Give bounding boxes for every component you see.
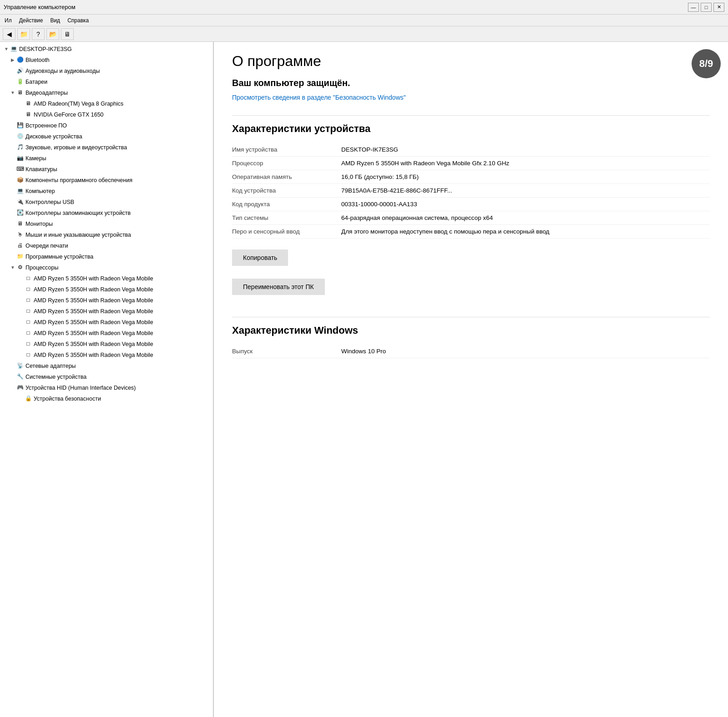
tree-item-security-dev[interactable]: 🔒 Устройства безопасности	[0, 393, 213, 404]
label-sound: Звуковые, игровые и видеоустройства	[25, 143, 127, 152]
tree-item-sound[interactable]: 🎵 Звуковые, игровые и видеоустройства	[0, 142, 213, 153]
spec-row-4: Код продукта 00331-10000-00001-AA133	[232, 198, 710, 211]
icon-storage-ctrl: 💽	[16, 209, 24, 217]
tree-item-prog-dev[interactable]: 📁 Программные устройства	[0, 251, 213, 262]
spec-row-6: Перо и сенсорный ввод Для этого монитора…	[232, 225, 710, 239]
security-link[interactable]: Просмотреть сведения в разделе "Безопасн…	[232, 93, 710, 102]
tree-item-disks[interactable]: 💿 Дисковые устройства	[0, 131, 213, 142]
minimize-button[interactable]: —	[688, 3, 699, 12]
tree-item-hid[interactable]: 🎮 Устройства HID (Human Interface Device…	[0, 382, 213, 393]
label-bluetooth: Bluetooth	[25, 56, 50, 65]
tree-item-cpu6[interactable]: □ AMD Ryzen 5 3550H with Radeon Vega Mob…	[0, 328, 213, 339]
expand-icon-cpu6	[18, 331, 24, 336]
spec-label-6: Перо и сенсорный ввод	[232, 225, 332, 239]
expand-icon-video: ▼	[10, 90, 15, 96]
icon-cameras: 📷	[16, 155, 24, 162]
tree-item-video[interactable]: ▼ 🖥 Видеоадаптеры	[0, 87, 213, 98]
label-cpu1: AMD Ryzen 5 3550H with Radeon Vega Mobil…	[34, 274, 153, 283]
label-video: Видеоадаптеры	[25, 88, 68, 97]
tree-item-cpu1[interactable]: □ AMD Ryzen 5 3550H with Radeon Vega Mob…	[0, 273, 213, 284]
toolbar-back[interactable]: ◀	[3, 28, 15, 40]
label-monitors: Мониторы	[25, 219, 53, 229]
tree-item-nvidia[interactable]: 🖥 NVIDIA GeForce GTX 1650	[0, 109, 213, 120]
expand-icon-hid	[10, 385, 15, 391]
tree-item-print-queue[interactable]: 🖨 Очереди печати	[0, 240, 213, 251]
icon-audio: 🔊	[16, 67, 24, 75]
tree-item-software[interactable]: 📦 Компоненты программного обеспечения	[0, 175, 213, 186]
tree-item-cameras[interactable]: 📷 Камеры	[0, 153, 213, 164]
toolbar-folder2[interactable]: 📂	[46, 28, 59, 40]
rename-button[interactable]: Переименовать этот ПК	[232, 279, 325, 295]
icon-cpu4: □	[25, 308, 32, 315]
icon-cpu1: □	[25, 275, 32, 282]
tree-item-audio[interactable]: 🔊 Аудиовходы и аудиовыходы	[0, 66, 213, 76]
tree-item-cpu7[interactable]: □ AMD Ryzen 5 3550H with Radeon Vega Mob…	[0, 339, 213, 350]
tree-items: ▶ 🔵 Bluetooth 🔊 Аудиовходы и аудиовыходы…	[0, 55, 213, 404]
tree-item-storage-ctrl[interactable]: 💽 Контроллеры запоминающих устройств	[0, 208, 213, 219]
menu-help[interactable]: Справка	[65, 16, 91, 25]
expand-icon-software	[10, 178, 15, 183]
divider-2	[232, 317, 710, 317]
page-title: О программе	[232, 53, 710, 70]
tree-item-cpu4[interactable]: □ AMD Ryzen 5 3550H with Radeon Vega Mob…	[0, 306, 213, 317]
window-title: Управление компьютером	[4, 4, 688, 10]
spec-value-5: 64-разрядная операционная система, проце…	[332, 211, 710, 225]
tree-item-firmware[interactable]: 💾 Встроенное ПО	[0, 120, 213, 131]
expand-icon-prog-dev	[10, 254, 15, 259]
expand-icon-print-queue	[10, 243, 15, 249]
expand-icon-usb	[10, 199, 15, 205]
label-computer: Компьютер	[25, 187, 55, 196]
label-print-queue: Очереди печати	[25, 241, 68, 250]
close-button[interactable]: ✕	[713, 3, 724, 12]
expand-icon-disks	[10, 134, 15, 139]
tree-item-cpu[interactable]: ▼ ⚙ Процессоры	[0, 262, 213, 273]
tree-item-amd-vega[interactable]: 🖥 AMD Radeon(TM) Vega 8 Graphics	[0, 98, 213, 109]
windows-section-heading: Характеристики Windows	[232, 325, 710, 336]
icon-prog-dev: 📁	[16, 253, 24, 260]
tree-item-bluetooth[interactable]: ▶ 🔵 Bluetooth	[0, 55, 213, 66]
spec-label-4: Код продукта	[232, 198, 332, 211]
icon-cpu5: □	[25, 319, 32, 326]
divider-1	[232, 115, 710, 116]
label-audio: Аудиовходы и аудиовыходы	[25, 66, 100, 76]
icon-network: 📡	[16, 362, 24, 370]
tree-item-battery[interactable]: 🔋 Батареи	[0, 76, 213, 87]
spec-label-0: Имя устройства	[232, 143, 332, 157]
security-status: Ваш компьютер защищён.	[232, 78, 710, 88]
tree-root[interactable]: ▼ 💻 DESKTOP-IK7E3SG	[0, 44, 213, 55]
menu-view[interactable]: Вид	[47, 16, 63, 25]
tree-item-cpu2[interactable]: □ AMD Ryzen 5 3550H with Radeon Vega Mob…	[0, 284, 213, 295]
spec-value-4: 00331-10000-00001-AA133	[332, 198, 710, 211]
tree-item-system-dev[interactable]: 🔧 Системные устройства	[0, 371, 213, 382]
spec-row-1: Процессор AMD Ryzen 5 3550H with Radeon …	[232, 157, 710, 170]
spec-label-2: Оперативная память	[232, 170, 332, 184]
tree-item-monitors[interactable]: 🖥 Мониторы	[0, 219, 213, 229]
maximize-button[interactable]: □	[701, 3, 712, 12]
copy-button[interactable]: Копировать	[232, 249, 288, 266]
menu-action[interactable]: Действие	[16, 16, 46, 25]
tree-item-cpu8[interactable]: □ AMD Ryzen 5 3550H with Radeon Vega Mob…	[0, 350, 213, 361]
menu-il[interactable]: Ил	[2, 16, 15, 25]
tree-item-mice[interactable]: 🖱 Мыши и иные указывающие устройства	[0, 229, 213, 240]
expand-icon-computer	[10, 188, 15, 194]
tree-item-network[interactable]: 📡 Сетевые адаптеры	[0, 361, 213, 371]
label-firmware: Встроенное ПО	[25, 121, 67, 130]
tree-item-keyboards[interactable]: ⌨ Клавиатуры	[0, 164, 213, 175]
toolbar-help[interactable]: ?	[32, 28, 45, 40]
tree-item-cpu5[interactable]: □ AMD Ryzen 5 3550H with Radeon Vega Mob…	[0, 317, 213, 328]
label-battery: Батареи	[25, 77, 47, 86]
expand-icon-battery	[10, 79, 15, 85]
spec-label-1: Процессор	[232, 157, 332, 170]
expand-icon-cpu: ▼	[10, 265, 15, 270]
icon-print-queue: 🖨	[16, 242, 24, 249]
tree-item-cpu3[interactable]: □ AMD Ryzen 5 3550H with Radeon Vega Mob…	[0, 295, 213, 306]
label-cameras: Камеры	[25, 154, 46, 163]
toolbar-monitor[interactable]: 🖥	[61, 28, 74, 40]
button-row-copy: Копировать	[232, 249, 710, 273]
tree-item-usb[interactable]: 🔌 Контроллеры USB	[0, 197, 213, 208]
title-bar: Управление компьютером — □ ✕	[0, 0, 728, 15]
toolbar-folder1[interactable]: 📁	[17, 28, 30, 40]
expand-icon-cpu4	[18, 309, 24, 314]
tree-item-computer[interactable]: 💻 Компьютер	[0, 186, 213, 197]
tree-root-label: DESKTOP-IK7E3SG	[19, 45, 72, 54]
